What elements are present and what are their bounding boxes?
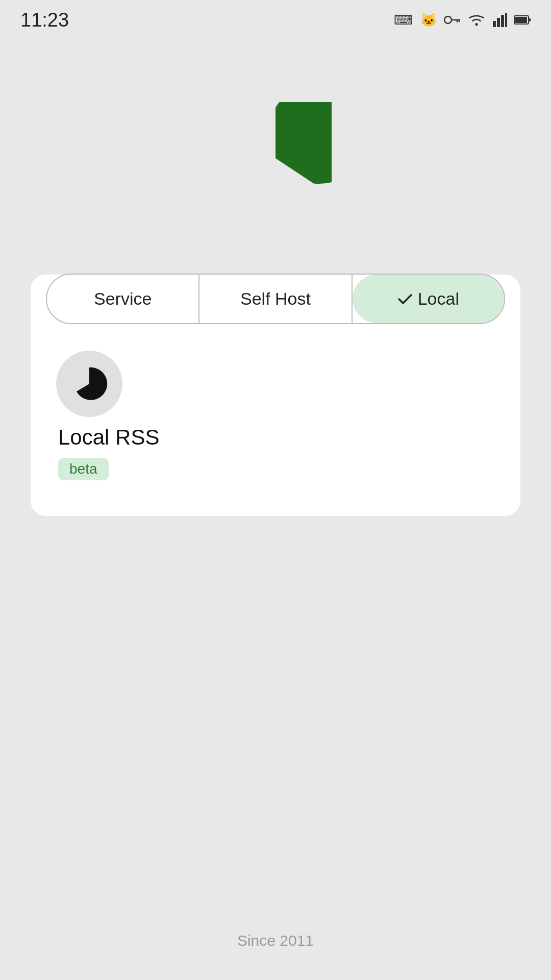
tab-switcher: Service Self Host Local xyxy=(46,274,505,324)
cat-icon: 🐱 xyxy=(420,12,437,28)
svg-rect-10 xyxy=(529,18,531,21)
beta-badge: beta xyxy=(58,458,109,480)
content-area: Local RSS beta xyxy=(31,325,520,491)
key-icon xyxy=(444,15,460,25)
tab-self-host[interactable]: Self Host xyxy=(199,275,352,323)
svg-rect-8 xyxy=(505,13,507,27)
svg-point-4 xyxy=(475,23,478,26)
tab-service[interactable]: Service xyxy=(47,275,199,323)
svg-point-0 xyxy=(444,16,452,23)
checkmark-icon xyxy=(397,292,413,306)
local-rss-icon xyxy=(69,363,110,404)
tab-local[interactable]: Local xyxy=(353,275,504,323)
status-icons: ⌨ 🐱 xyxy=(394,12,531,28)
svg-rect-5 xyxy=(493,21,496,27)
wifi-icon xyxy=(467,13,486,27)
status-bar: 11:23 ⌨ 🐱 xyxy=(0,0,551,36)
logo-container xyxy=(0,102,551,214)
svg-rect-7 xyxy=(501,15,504,27)
status-time: 11:23 xyxy=(20,9,69,31)
keyboard-icon: ⌨ xyxy=(394,12,413,28)
app-icon-wrapper xyxy=(56,351,122,417)
footer-text: Since 2011 xyxy=(237,932,314,949)
app-name: Local RSS xyxy=(58,425,159,450)
svg-rect-11 xyxy=(515,17,527,23)
app-logo xyxy=(219,102,332,214)
svg-rect-6 xyxy=(497,18,500,27)
main-card: Service Self Host Local Local RSS beta xyxy=(31,275,520,516)
battery-icon xyxy=(514,15,531,25)
local-rss-item[interactable]: Local RSS beta xyxy=(56,351,495,480)
signal-icon xyxy=(493,13,507,27)
footer: Since 2011 xyxy=(0,932,551,949)
